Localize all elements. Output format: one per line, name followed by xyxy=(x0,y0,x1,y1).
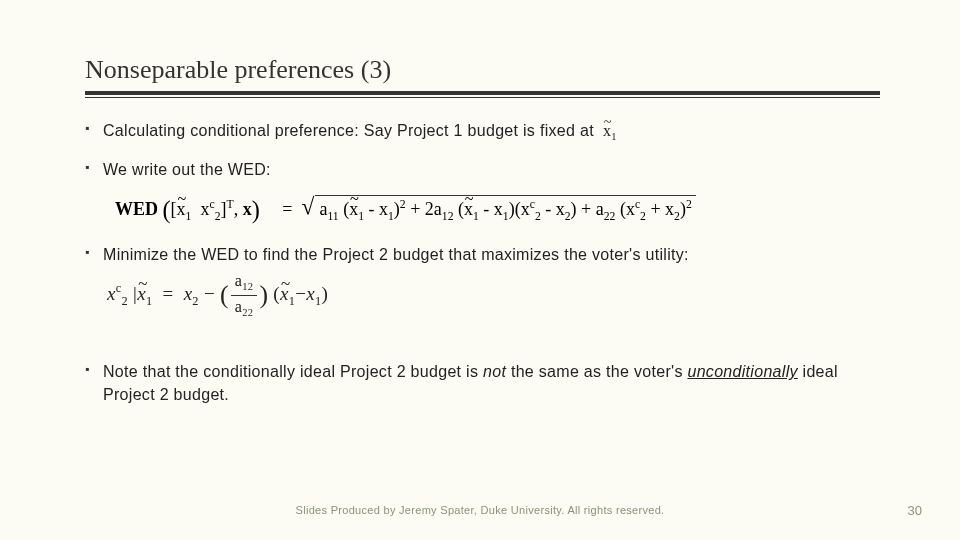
spacer xyxy=(85,335,880,361)
bullet-1: Calculating conditional preference: Say … xyxy=(85,120,880,145)
bullet-4-a: Note that the conditionally ideal Projec… xyxy=(103,363,483,380)
bullet-1-math: x1 xyxy=(599,122,617,139)
bullet-2: We write out the WED: xyxy=(85,159,880,181)
bullet-3: Minimize the WED to find the Project 2 b… xyxy=(85,244,880,321)
bullet-4-b: the same as the voter's xyxy=(506,363,687,380)
bullet-4-unc: unconditionally xyxy=(687,363,797,380)
page-number: 30 xyxy=(908,503,922,518)
slide-title: Nonseparable preferences (3) xyxy=(85,55,880,85)
wed-formula: WED ([x1 xc2]T, x) = a11 (x1 - x1)2 + 2a… xyxy=(115,195,880,224)
bullet-1-text: Calculating conditional preference: Say … xyxy=(103,122,594,139)
bullet-2-text: We write out the WED: xyxy=(103,161,271,178)
bullet-4: Note that the conditionally ideal Projec… xyxy=(85,361,880,406)
footer-text: Slides Produced by Jeremy Spater, Duke U… xyxy=(0,504,960,516)
bullet-3-text: Minimize the WED to find the Project 2 b… xyxy=(103,246,689,263)
title-rule-thin xyxy=(85,97,880,98)
title-rule-thick xyxy=(85,91,880,95)
bullet-4-not: not xyxy=(483,363,506,380)
sqrt-icon: a11 (x1 - x1)2 + 2a12 (x1 - x1)(xc2 - x2… xyxy=(301,195,695,223)
wed-label: WED xyxy=(115,199,158,219)
slide-body: Nonseparable preferences (3) Calculating… xyxy=(0,0,960,540)
fraction-icon: a12 a22 xyxy=(231,270,258,321)
minimizer-formula: xc2 |x1 = x2 − ( a12 a22 ) (x1−x1) xyxy=(107,270,880,321)
x1-tilde-icon: x xyxy=(603,120,611,142)
